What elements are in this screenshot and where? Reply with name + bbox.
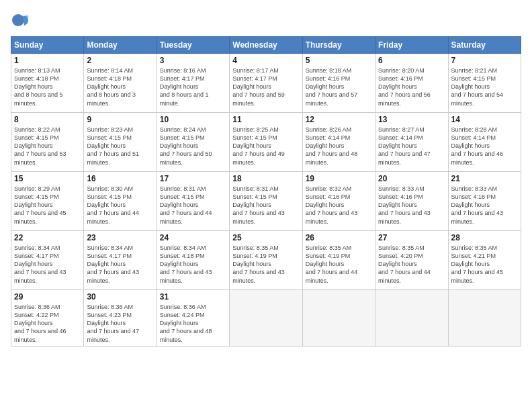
calendar-cell: 11 Sunrise: 8:25 AM Sunset: 4:15 PM Dayl… — [230, 113, 302, 172]
day-info: Sunrise: 8:16 AM Sunset: 4:17 PM Dayligh… — [160, 66, 226, 107]
calendar-cell: 3 Sunrise: 8:16 AM Sunset: 4:17 PM Dayli… — [157, 54, 229, 113]
day-number: 19 — [306, 174, 372, 183]
day-header-saturday: Saturday — [448, 37, 521, 54]
calendar-cell — [448, 290, 521, 347]
day-info: Sunrise: 8:36 AM Sunset: 4:24 PM Dayligh… — [160, 303, 226, 344]
day-info: Sunrise: 8:35 AM Sunset: 4:20 PM Dayligh… — [378, 244, 445, 285]
day-number: 15 — [14, 174, 81, 183]
calendar-cell: 4 Sunrise: 8:17 AM Sunset: 4:17 PM Dayli… — [230, 54, 302, 113]
day-number: 25 — [232, 233, 299, 242]
calendar-cell: 9 Sunrise: 8:23 AM Sunset: 4:15 PM Dayli… — [84, 113, 157, 172]
day-header-wednesday: Wednesday — [230, 37, 302, 54]
day-header-sunday: Sunday — [11, 37, 84, 54]
day-number: 28 — [451, 233, 518, 242]
day-info: Sunrise: 8:36 AM Sunset: 4:22 PM Dayligh… — [14, 303, 81, 344]
day-number: 14 — [451, 115, 518, 124]
calendar-cell: 21 Sunrise: 8:33 AM Sunset: 4:16 PM Dayl… — [448, 172, 521, 231]
day-number: 9 — [87, 115, 153, 124]
week-row-2: 8 Sunrise: 8:22 AM Sunset: 4:15 PM Dayli… — [11, 113, 521, 172]
calendar-cell: 8 Sunrise: 8:22 AM Sunset: 4:15 PM Dayli… — [11, 113, 84, 172]
day-info: Sunrise: 8:33 AM Sunset: 4:16 PM Dayligh… — [378, 185, 445, 226]
calendar-cell: 30 Sunrise: 8:36 AM Sunset: 4:23 PM Dayl… — [84, 290, 157, 347]
header — [11, 11, 521, 30]
day-number: 11 — [232, 115, 299, 124]
calendar-cell: 10 Sunrise: 8:24 AM Sunset: 4:15 PM Dayl… — [157, 113, 229, 172]
day-info: Sunrise: 8:20 AM Sunset: 4:16 PM Dayligh… — [378, 66, 445, 107]
page: SundayMondayTuesdayWednesdayThursdayFrid… — [0, 0, 532, 411]
day-info: Sunrise: 8:17 AM Sunset: 4:17 PM Dayligh… — [232, 66, 299, 107]
day-number: 1 — [14, 56, 81, 65]
calendar-cell: 2 Sunrise: 8:14 AM Sunset: 4:18 PM Dayli… — [84, 54, 157, 113]
day-number: 16 — [87, 174, 153, 183]
calendar-cell: 1 Sunrise: 8:13 AM Sunset: 4:18 PM Dayli… — [11, 54, 84, 113]
day-number: 18 — [232, 174, 299, 183]
day-number: 21 — [451, 174, 518, 183]
day-number: 4 — [232, 56, 299, 65]
day-header-friday: Friday — [375, 37, 448, 54]
logo — [11, 11, 32, 30]
calendar-cell: 5 Sunrise: 8:18 AM Sunset: 4:16 PM Dayli… — [302, 54, 375, 113]
day-number: 10 — [160, 115, 226, 124]
calendar-cell: 14 Sunrise: 8:28 AM Sunset: 4:14 PM Dayl… — [448, 113, 521, 172]
day-number: 2 — [87, 56, 153, 65]
day-info: Sunrise: 8:14 AM Sunset: 4:18 PM Dayligh… — [87, 66, 153, 107]
day-info: Sunrise: 8:30 AM Sunset: 4:15 PM Dayligh… — [87, 185, 153, 226]
calendar-cell: 12 Sunrise: 8:26 AM Sunset: 4:14 PM Dayl… — [302, 113, 375, 172]
calendar-cell: 26 Sunrise: 8:35 AM Sunset: 4:19 PM Dayl… — [302, 231, 375, 290]
day-number: 24 — [160, 233, 226, 242]
day-header-monday: Monday — [84, 37, 157, 54]
day-info: Sunrise: 8:18 AM Sunset: 4:16 PM Dayligh… — [306, 66, 372, 107]
day-number: 20 — [378, 174, 445, 183]
day-info: Sunrise: 8:33 AM Sunset: 4:16 PM Dayligh… — [451, 185, 518, 226]
calendar-cell: 15 Sunrise: 8:29 AM Sunset: 4:15 PM Dayl… — [11, 172, 84, 231]
day-number: 8 — [14, 115, 81, 124]
day-info: Sunrise: 8:35 AM Sunset: 4:19 PM Dayligh… — [306, 244, 372, 285]
day-number: 27 — [378, 233, 445, 242]
day-info: Sunrise: 8:34 AM Sunset: 4:18 PM Dayligh… — [160, 244, 226, 285]
day-number: 6 — [378, 56, 445, 65]
day-info: Sunrise: 8:26 AM Sunset: 4:14 PM Dayligh… — [306, 126, 372, 167]
calendar-cell: 23 Sunrise: 8:34 AM Sunset: 4:17 PM Dayl… — [84, 231, 157, 290]
day-number: 7 — [451, 56, 518, 65]
calendar-cell: 13 Sunrise: 8:27 AM Sunset: 4:14 PM Dayl… — [375, 113, 448, 172]
svg-point-0 — [12, 14, 24, 26]
calendar-cell: 16 Sunrise: 8:30 AM Sunset: 4:15 PM Dayl… — [84, 172, 157, 231]
week-row-4: 22 Sunrise: 8:34 AM Sunset: 4:17 PM Dayl… — [11, 231, 521, 290]
calendar-cell: 6 Sunrise: 8:20 AM Sunset: 4:16 PM Dayli… — [375, 54, 448, 113]
day-info: Sunrise: 8:31 AM Sunset: 4:15 PM Dayligh… — [160, 185, 226, 226]
calendar-cell: 18 Sunrise: 8:31 AM Sunset: 4:15 PM Dayl… — [230, 172, 302, 231]
calendar-cell: 17 Sunrise: 8:31 AM Sunset: 4:15 PM Dayl… — [157, 172, 229, 231]
calendar-cell: 7 Sunrise: 8:21 AM Sunset: 4:15 PM Dayli… — [448, 54, 521, 113]
day-number: 17 — [160, 174, 226, 183]
header-row: SundayMondayTuesdayWednesdayThursdayFrid… — [11, 37, 521, 54]
calendar-cell: 25 Sunrise: 8:35 AM Sunset: 4:19 PM Dayl… — [230, 231, 302, 290]
day-number: 12 — [306, 115, 372, 124]
calendar-cell: 20 Sunrise: 8:33 AM Sunset: 4:16 PM Dayl… — [375, 172, 448, 231]
day-header-tuesday: Tuesday — [157, 37, 229, 54]
day-info: Sunrise: 8:13 AM Sunset: 4:18 PM Dayligh… — [14, 66, 81, 107]
calendar-cell — [302, 290, 375, 347]
day-info: Sunrise: 8:34 AM Sunset: 4:17 PM Dayligh… — [14, 244, 81, 285]
calendar-cell: 28 Sunrise: 8:35 AM Sunset: 4:21 PM Dayl… — [448, 231, 521, 290]
day-info: Sunrise: 8:28 AM Sunset: 4:14 PM Dayligh… — [451, 126, 518, 167]
week-row-5: 29 Sunrise: 8:36 AM Sunset: 4:22 PM Dayl… — [11, 290, 521, 347]
day-info: Sunrise: 8:24 AM Sunset: 4:15 PM Dayligh… — [160, 126, 226, 167]
calendar-cell: 22 Sunrise: 8:34 AM Sunset: 4:17 PM Dayl… — [11, 231, 84, 290]
day-info: Sunrise: 8:32 AM Sunset: 4:16 PM Dayligh… — [306, 185, 372, 226]
calendar-cell: 29 Sunrise: 8:36 AM Sunset: 4:22 PM Dayl… — [11, 290, 84, 347]
day-info: Sunrise: 8:36 AM Sunset: 4:23 PM Dayligh… — [87, 303, 153, 344]
calendar-cell: 31 Sunrise: 8:36 AM Sunset: 4:24 PM Dayl… — [157, 290, 229, 347]
day-info: Sunrise: 8:25 AM Sunset: 4:15 PM Dayligh… — [232, 126, 299, 167]
day-header-thursday: Thursday — [302, 37, 375, 54]
day-info: Sunrise: 8:21 AM Sunset: 4:15 PM Dayligh… — [451, 66, 518, 107]
calendar-cell: 24 Sunrise: 8:34 AM Sunset: 4:18 PM Dayl… — [157, 231, 229, 290]
day-info: Sunrise: 8:27 AM Sunset: 4:14 PM Dayligh… — [378, 126, 445, 167]
calendar-table: SundayMondayTuesdayWednesdayThursdayFrid… — [11, 36, 521, 347]
day-info: Sunrise: 8:31 AM Sunset: 4:15 PM Dayligh… — [232, 185, 299, 226]
day-number: 29 — [14, 292, 81, 302]
day-info: Sunrise: 8:34 AM Sunset: 4:17 PM Dayligh… — [87, 244, 153, 285]
calendar-cell — [375, 290, 448, 347]
day-info: Sunrise: 8:35 AM Sunset: 4:19 PM Dayligh… — [232, 244, 299, 285]
day-info: Sunrise: 8:29 AM Sunset: 4:15 PM Dayligh… — [14, 185, 81, 226]
day-info: Sunrise: 8:22 AM Sunset: 4:15 PM Dayligh… — [14, 126, 81, 167]
